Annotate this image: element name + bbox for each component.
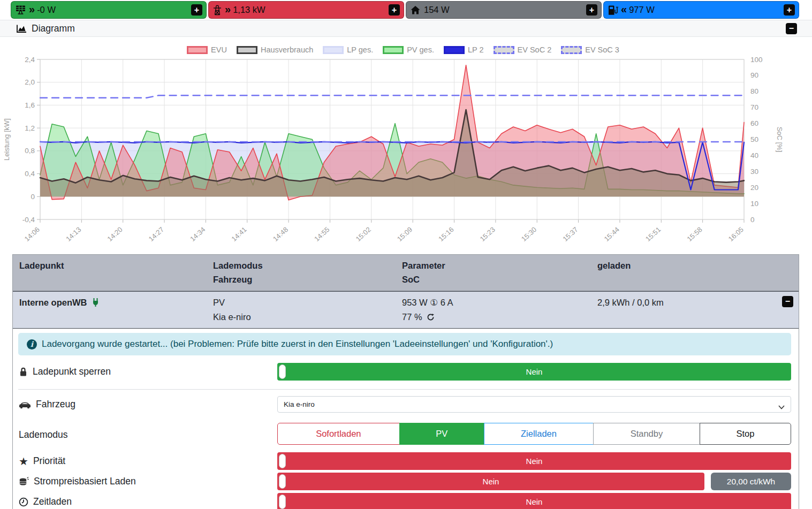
legend-item-evu[interactable]: EVU [187,45,227,54]
diagram-section-header: Diagramm − [0,20,812,37]
legend-item-lp-ges-[interactable]: LP ges. [323,45,373,54]
lock-icon [19,367,28,377]
svg-text:16:05: 16:05 [727,225,745,243]
col-geladen: geladen [591,255,799,291]
svg-text:15:02: 15:02 [354,225,373,243]
legend-label: EV SoC 2 [518,45,552,54]
price-charging-label-group: Strompreisbasiert Laden [18,476,277,487]
mode-stop-button[interactable]: Stop [700,423,791,445]
svg-text:14:34: 14:34 [188,225,207,243]
chargemode-button-group: Sofortladen PV Zielladen Standby Stop [277,423,791,445]
svg-text:0,4: 0,4 [25,170,35,178]
collapse-button[interactable]: − [786,23,797,34]
chart-area-icon [16,24,27,33]
lock-label-group: Ladepunkt sperren [18,366,277,377]
chargepoint-card: Ladepunkt Lademodus Fahrzeug Parameter S… [12,254,799,509]
coins-icon [19,476,29,487]
divider [18,389,791,390]
mode-sofortladen-button[interactable]: Sofortladen [277,423,400,445]
expand-button[interactable]: + [191,4,202,16]
timed-charging-label-group: Zeitladen [18,496,277,507]
svg-text:15:16: 15:16 [437,225,455,243]
chargepoint-mode-vehicle: PV Kia e-niro [207,292,396,328]
chargepoint-row[interactable]: Interne openWB PV Kia e-niro 953 W ① 6 A… [13,291,799,329]
plug-icon [92,298,100,307]
svg-text:14:06: 14:06 [23,225,41,243]
legend-item-lp-2[interactable]: LP 2 [444,45,484,54]
svg-text:-0,4: -0,4 [22,216,35,224]
legend-swatch [383,46,404,54]
svg-text:15:51: 15:51 [644,225,662,243]
expand-button[interactable]: + [586,4,597,16]
toggle-handle [279,474,286,489]
pylon-icon [213,5,222,16]
svg-text:14:20: 14:20 [105,225,124,243]
legend-item-ev-soc-3[interactable]: EV SoC 3 [561,45,619,54]
price-charging-toggle[interactable]: Nein [277,473,704,490]
mode-standby-button[interactable]: Standby [593,423,700,445]
mode-zielladen-button[interactable]: Zielladen [484,423,594,445]
legend-item-pv-ges-[interactable]: PV ges. [383,45,434,54]
legend-swatch [561,46,582,54]
col-parameter-soc: Parameter SoC [396,255,591,291]
col-lademodus-fahrzeug: Lademodus Fahrzeug [207,255,396,291]
svg-text:15:58: 15:58 [685,225,703,243]
charging-station-icon [608,5,618,16]
star-icon: ★ [19,456,28,467]
power-soc-chart: 2,42,01,61,20,80,40-0,410090807060504030… [0,57,803,249]
flow-right-icon: » [29,3,33,16]
meter-pv[interactable]: » -0 W + [11,1,207,19]
svg-text:0: 0 [31,193,35,201]
svg-text:80: 80 [750,87,758,95]
chart-legend: EVUHausverbrauchLP ges.PV ges.LP 2EV SoC… [0,43,812,56]
svg-text:100: 100 [750,57,763,64]
svg-text:1,2: 1,2 [25,124,35,132]
legend-label: PV ges. [407,45,434,54]
svg-text:1,6: 1,6 [25,101,35,109]
row-collapse-button[interactable]: − [782,296,793,307]
toggle-handle [279,454,286,468]
meter-chargepoint[interactable]: « 977 W + [603,1,799,19]
mode-pv-button[interactable]: PV [399,423,484,445]
phase-count-icon: ① [430,298,438,307]
price-limit-button[interactable]: 20,00 ct/kWh [711,473,791,490]
legend-item-hausverbrauch[interactable]: Hausverbrauch [237,45,313,54]
svg-text:90: 90 [750,71,758,79]
svg-text:50: 50 [750,135,758,143]
legend-swatch [494,46,514,54]
alert-text: Ladevorgang wurde gestartet... (bei Prob… [42,339,553,350]
lock-toggle[interactable]: Nein [277,363,791,381]
legend-swatch [237,46,257,54]
svg-text:0,8: 0,8 [25,147,35,155]
priority-toggle[interactable]: Nein [277,452,791,470]
legend-swatch [323,46,344,54]
meter-evu[interactable]: » 1,13 kW + [208,1,404,19]
vehicle-select[interactable]: Kia e-niro [277,396,791,413]
chargepoint-charged: 2,9 kWh / 0,0 km [591,292,799,328]
svg-text:15:23: 15:23 [479,225,497,243]
meter-value: 977 W [629,5,655,15]
soc-refresh-icon[interactable] [427,313,435,321]
legend-label: EVU [211,45,227,54]
section-title: Diagramm [32,23,75,34]
meter-value: -0 W [37,5,56,15]
chargepoint-parameter: 953 W ① 6 A 77 % [396,292,591,328]
svg-text:2,4: 2,4 [25,57,35,64]
expand-button[interactable]: + [784,4,795,16]
legend-swatch [444,46,465,54]
car-icon [19,400,31,409]
house-icon [410,5,421,15]
timed-charging-toggle[interactable]: Nein [277,493,791,509]
meter-house[interactable]: 154 W + [406,1,602,19]
svg-text:10: 10 [750,200,758,208]
flow-right-icon: » [225,3,229,16]
chargepoint-name: Interne openWB [19,295,87,310]
diagram-panel: EVUHausverbrauchLP ges.PV ges.LP 2EV SoC… [0,37,812,251]
legend-item-ev-soc-2[interactable]: EV SoC 2 [494,45,552,54]
chargemode-label-group: Lademodus [18,429,277,440]
solar-panel-icon [15,5,26,15]
clock-icon [19,497,28,507]
chargepoint-controls: Ladepunkt sperren Nein Fahrzeug Kia e-ni… [13,355,799,509]
chargepoint-vehicle: Kia e-niro [213,310,389,324]
expand-button[interactable]: + [389,4,400,16]
